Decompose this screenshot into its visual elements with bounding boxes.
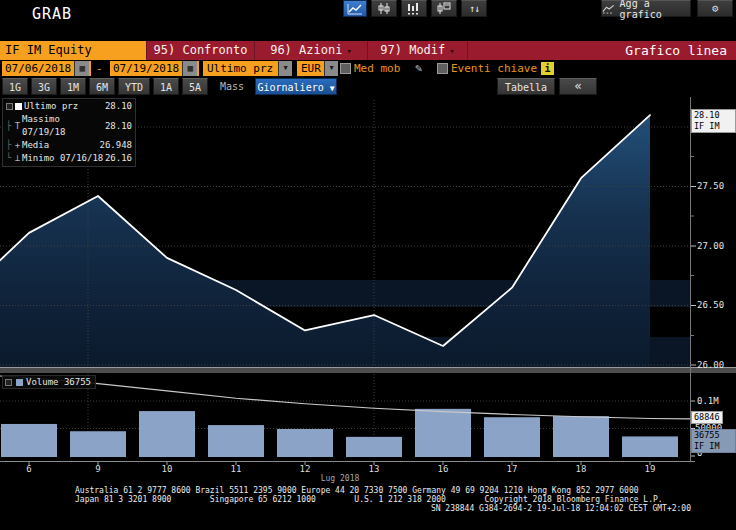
volume-bar[interactable] [70,431,126,457]
volume-bar[interactable] [1,424,57,457]
page-title: GRAB [32,5,72,23]
legend-row-minimo: └ ⊥ Minimo 07/16/18 26.16 [6,152,132,165]
x-tick-label: 6 [17,464,41,474]
period-button-3g[interactable]: 3G [31,78,57,95]
legend-row-ultimo-prz[interactable]: Ultimo prz 28.10 [6,100,132,113]
sort-arrows-button[interactable]: ↑↓ [461,0,487,17]
candle-window-icon [436,2,452,15]
frequency-dropdown[interactable]: Giornaliero▼ [255,78,337,95]
period-button-1a[interactable]: 1A [153,78,179,95]
volume-bar[interactable] [622,436,678,457]
x-tick-label: 12 [293,464,317,474]
legend-value: 26.16 [105,152,132,165]
period-button-1g[interactable]: 1G [2,78,28,95]
period-button-1m[interactable]: 1M [60,78,86,95]
info-icon[interactable]: i [541,62,554,75]
x-axis-month-label: Lug 2018 [310,474,370,483]
legend-value: 28.10 [105,100,132,113]
x-tick-label: 10 [155,464,179,474]
menu-bar-spacer [467,41,625,60]
volume-color-swatch [16,379,23,386]
x-tick-label: 17 [500,464,524,474]
frequency-value: Giornaliero [257,82,323,93]
price-axis-label: 27.00 [697,241,724,251]
med-mob-checkbox[interactable] [340,63,351,74]
last-price-badge: 28.10 IF IM [691,109,736,133]
tree-branch: ├ [6,120,13,133]
ticker-field[interactable]: IF IM Equity [0,41,146,60]
price-axis-label: 26.50 [697,300,724,310]
expander-icon[interactable] [5,379,12,386]
calendar-icon[interactable]: ▦ [182,61,197,76]
line-chart-icon [347,3,363,15]
x-tick-label: 11 [224,464,248,474]
volume-legend-label: Volume [26,376,59,388]
settings-button[interactable]: ⚙ [697,0,733,17]
footer-copyright-line: Japan 81 3 3201 8900 Singapore 65 6212 1… [75,495,663,504]
bar-chart-icon [406,2,422,15]
period-button-5a[interactable]: 5A [182,78,208,95]
volume-legend[interactable]: Volume 36755 [2,375,96,389]
x-tick-label: 16 [431,464,455,474]
add-to-chart-label: Agg a grafico [620,0,690,20]
legend-row-media: ├ + Media 26.948 [6,139,132,152]
chevron-down-icon[interactable]: ▼ [278,61,292,76]
ohlc-chart-type-button[interactable] [371,0,397,17]
volume-bar[interactable] [415,409,471,457]
add-to-chart-button[interactable]: Agg a grafico [601,0,691,17]
date-range-separator: - [96,61,103,76]
price-source-value: Ultimo prz [203,61,278,76]
date-to-field[interactable]: 07/19/2018 ▦ [110,61,199,76]
volume-bar[interactable] [553,416,609,457]
pencil-icon[interactable]: ✎ [415,61,422,76]
chevron-down-icon[interactable]: ▼ [324,61,338,76]
calendar-icon[interactable]: ▦ [74,61,89,76]
legend-label: Massimo 07/19/18 [22,113,105,139]
bloomberg-terminal-screen: GRAB IF IM Equity 95) Confronto 96) Azio… [0,0,736,530]
menu-item-azioni[interactable]: 96) Azioni▾ [254,41,367,60]
volume-bar[interactable] [484,417,540,457]
date-from-field[interactable]: 07/06/2018 ▦ [2,61,91,76]
volume-bar[interactable] [346,437,402,457]
legend-value: 26.948 [99,139,132,152]
table-button[interactable]: Tabella [497,78,555,95]
volume-ma-badge: 68846 [691,411,723,424]
footer-contact-line: Australia 61 2 9777 8600 Brazil 5511 239… [75,486,639,495]
volume-bar[interactable] [277,429,333,457]
price-source-dropdown[interactable]: Ultimo prz ▼ [203,61,292,76]
volume-axis-label: 0.1M [697,396,719,406]
date-to-value: 07/19/2018 [110,61,182,76]
date-from-value: 07/06/2018 [2,61,74,76]
legend-label: Media [22,139,99,152]
candle-window-button[interactable] [431,0,457,17]
legend-label: Minimo 07/16/18 [22,152,105,165]
currency-dropdown[interactable]: EUR ▼ [297,61,338,76]
volume-bar[interactable] [139,411,195,457]
view-title: Grafico linea [625,41,736,60]
legend-row-massimo: ├ T Massimo 07/19/18 28.10 [6,113,132,139]
chevron-down-icon: ▼ [330,84,335,93]
period-button-ytd[interactable]: YTD [118,78,150,95]
last-volume-badge: 36755 IF IM [691,429,736,453]
currency-value: EUR [297,61,324,76]
price-legend[interactable]: Ultimo prz 28.10 ├ T Massimo 07/19/18 28… [2,98,136,167]
footer-session-line: SN 238844 G384-2694-2 19-Jul-18 12:04:02… [0,504,691,513]
tree-branch: ├ [6,139,13,152]
volume-bar[interactable] [208,425,264,457]
ohlc-bars-icon [376,2,392,15]
menu-item-azioni-label: 96) Azioni [270,43,342,57]
menu-item-confronto[interactable]: 95) Confronto [146,41,254,60]
period-button-6m[interactable]: 6M [89,78,115,95]
volume-legend-value: 36755 [64,376,91,388]
line-chart-type-button[interactable] [343,0,367,17]
eventi-chiave-checkbox[interactable] [437,63,448,74]
x-tick-label: 18 [569,464,593,474]
menu-item-modif[interactable]: 97) Modif▾ [367,41,467,60]
maximize-button[interactable]: Mass [214,78,250,95]
collapse-panel-button[interactable]: « [559,78,597,95]
eventi-chiave-label: Eventi chiave [451,61,537,76]
mini-chart-icon [602,4,615,14]
expander-icon[interactable] [6,103,13,110]
volume-bars-button[interactable] [401,0,427,17]
menu-bar: IF IM Equity 95) Confronto 96) Azioni▾ 9… [0,41,736,60]
